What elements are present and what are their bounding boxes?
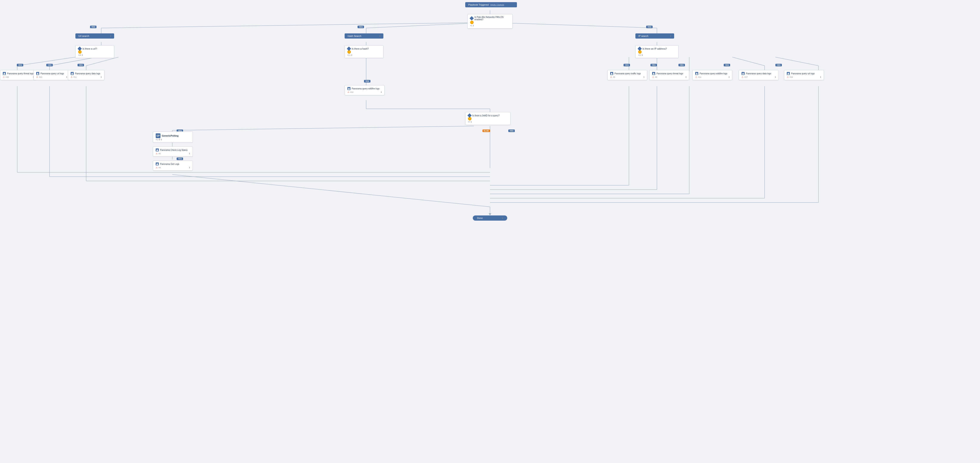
- polling-settings-icon[interactable]: ⚙: [159, 138, 161, 141]
- group-ip-search[interactable]: IP search ℹ: [635, 33, 674, 38]
- jobid-badge: ⚡: [468, 117, 471, 121]
- action-url-data-label: Panorama query data logs: [75, 72, 100, 75]
- badge-yes-url-1: YES: [17, 64, 23, 66]
- ip-badge: ⚡: [638, 50, 642, 54]
- svg-marker-65: [156, 163, 158, 165]
- group-hash-label: Hash Search: [348, 35, 361, 37]
- badge-yes-pan-ip: YES: [646, 25, 652, 28]
- badge-yes-hash: YES: [364, 80, 371, 82]
- badge-yes-jobid2: YES: [508, 129, 515, 132]
- info-icon[interactable]: ℹ: [686, 76, 686, 78]
- action-get-logs-label: Panorama Get Logs: [160, 163, 180, 165]
- badge-yes-ip-3: YES: [678, 64, 685, 66]
- done-info[interactable]: ℹ: [502, 217, 503, 220]
- condition-pan-os-label: Is Palo Alto Networks PAN-OS enabled?: [474, 16, 510, 21]
- jobid-info[interactable]: ℹ: [471, 121, 472, 123]
- action-url-data-logs[interactable]: Panorama query data logs ⚠ #11 ℹ: [68, 70, 105, 80]
- condition-url-label: Is there a url?: [83, 48, 97, 50]
- warn-icon: ⚠: [741, 76, 743, 78]
- polling-info[interactable]: ℹ: [161, 138, 162, 141]
- svg-marker-58: [348, 88, 350, 90]
- action-ip-traffic-label: Panorama query traffic logs: [614, 72, 641, 75]
- svg-line-52: [172, 175, 490, 207]
- condition-hash[interactable]: Is there a hash? ⚡ #11 ℹ: [345, 45, 383, 58]
- group-url-search[interactable]: Url search ℹ: [75, 33, 114, 38]
- action-icon-url-logs: [36, 72, 39, 75]
- svg-marker-59: [611, 72, 613, 75]
- action-check-log[interactable]: Panorama Check Log Status ⚠ #5 ℹ: [153, 146, 193, 157]
- condition-jobid[interactable]: Is there a JobID for a query? ⚡ #7 ℹ: [465, 112, 511, 125]
- action-ip-threat[interactable]: Panorama query threat logs ⚠ #9 ℹ: [649, 70, 689, 80]
- condition-jobid-label: Is there a JobID for a query?: [473, 115, 500, 117]
- inputs-outputs-link[interactable]: Inputs / Outputs: [490, 4, 504, 6]
- hash-badge: ⚡: [347, 50, 351, 54]
- svg-marker-62: [742, 72, 744, 75]
- info-icon[interactable]: ℹ: [101, 76, 102, 78]
- playbook-triggered-node[interactable]: Playbook Triggered Inputs / Outputs: [465, 2, 517, 7]
- info-icon[interactable]: ℹ: [473, 24, 474, 27]
- action-url-logs-label: Panorama query url logs: [40, 72, 64, 75]
- warn-icon: ⚠: [71, 76, 73, 78]
- badge-yes-ip-2: YES: [651, 64, 657, 66]
- info-icon[interactable]: ℹ: [66, 76, 67, 78]
- condition-pan-os[interactable]: Is Palo Alto Networks PAN-OS enabled? ⚡ …: [468, 14, 512, 29]
- hash-info[interactable]: ℹ: [351, 54, 352, 56]
- check-log-info[interactable]: ℹ: [189, 152, 190, 155]
- warn-icon: ⚠: [3, 76, 5, 78]
- node-generic-polling[interactable]: GP GenericPolling #1 ⚙ ℹ: [153, 131, 193, 143]
- warn-icon: ⚠: [347, 91, 349, 93]
- warn-icon: ⚠: [695, 76, 697, 78]
- badge-yes-ip-5: YES: [775, 64, 782, 66]
- group-hash-info[interactable]: ℹ: [380, 35, 380, 37]
- workflow-canvas: Playbook Triggered Inputs / Outputs YES …: [0, 0, 980, 463]
- svg-marker-64: [156, 149, 158, 151]
- info-icon[interactable]: ℹ: [381, 91, 382, 93]
- condition-ip-label: Is there an IP address?: [643, 48, 667, 50]
- node-done[interactable]: Done ℹ: [473, 215, 507, 221]
- action-ip-data[interactable]: Panorama query data logs ⚠ #17 ℹ: [739, 70, 779, 80]
- diamond-icon: [469, 16, 474, 21]
- action-get-logs[interactable]: Panorama Get Logs ⚠ #4 ℹ: [153, 161, 193, 171]
- action-ip-wildfire[interactable]: Panorama query wildfire logs ⚠ #14 ℹ: [692, 70, 732, 80]
- svg-line-12: [49, 57, 97, 66]
- svg-marker-61: [696, 72, 698, 75]
- svg-marker-57: [71, 72, 73, 75]
- group-ip-info[interactable]: ℹ: [670, 35, 671, 37]
- url-badge: ⚡: [78, 50, 82, 54]
- svg-marker-55: [3, 72, 5, 75]
- action-ip-url[interactable]: Panorama query url logs ⚠ #19 ℹ: [784, 70, 824, 80]
- group-url-info[interactable]: ℹ: [110, 35, 111, 37]
- info-icon[interactable]: ℹ: [775, 76, 776, 78]
- url-info[interactable]: ℹ: [82, 54, 83, 56]
- badge-yes-url-2: YES: [46, 64, 53, 66]
- group-ip-label: IP search: [638, 35, 648, 37]
- svg-line-1: [101, 22, 474, 28]
- warn-icon: ⚠: [787, 76, 789, 78]
- info-icon[interactable]: ℹ: [820, 76, 821, 78]
- action-url-threat-logs[interactable]: Panorama query threat logs ⚠ #30 ℹ: [0, 70, 37, 80]
- polling-label: GenericPolling: [162, 134, 178, 137]
- badge-yes-url-3: YES: [78, 64, 84, 66]
- action-wildfire-label: Panorama query wildfire logs: [352, 88, 380, 90]
- info-icon[interactable]: ℹ: [644, 76, 644, 78]
- condition-url[interactable]: Is there a url? ⚡ #26 ℹ: [75, 45, 114, 58]
- svg-marker-60: [652, 72, 655, 75]
- action-ip-traffic[interactable]: Panorama query traffic logs ⚠ #9 ℹ: [608, 70, 647, 80]
- get-logs-info[interactable]: ℹ: [189, 166, 190, 169]
- action-icon-ip-wildfire: [695, 72, 698, 75]
- action-icon-url-data: [71, 72, 74, 75]
- svg-line-14: [86, 57, 118, 66]
- condition-ip[interactable]: Is there an IP address? ⚡ #12 ℹ: [635, 45, 678, 58]
- action-icon-ip-url: [787, 72, 790, 75]
- group-hash-search[interactable]: Hash Search ℹ: [345, 33, 383, 38]
- info-icon[interactable]: ℹ: [729, 76, 730, 78]
- svg-line-5: [495, 22, 657, 28]
- action-wildfire-logs[interactable]: Panorama query wildfire logs ⚠ #22 ℹ: [345, 85, 385, 95]
- condition-pan-os-badge: ⚡: [470, 21, 474, 24]
- ip-info[interactable]: ℹ: [642, 54, 643, 56]
- connection-lines: [0, 0, 980, 463]
- svg-marker-63: [787, 72, 789, 75]
- action-ip-data-label: Panorama query data logs: [746, 72, 771, 75]
- action-check-log-label: Panorama Check Log Status: [160, 149, 188, 151]
- action-url-logs[interactable]: Panorama query url logs ⚠ #22 ℹ: [33, 70, 70, 80]
